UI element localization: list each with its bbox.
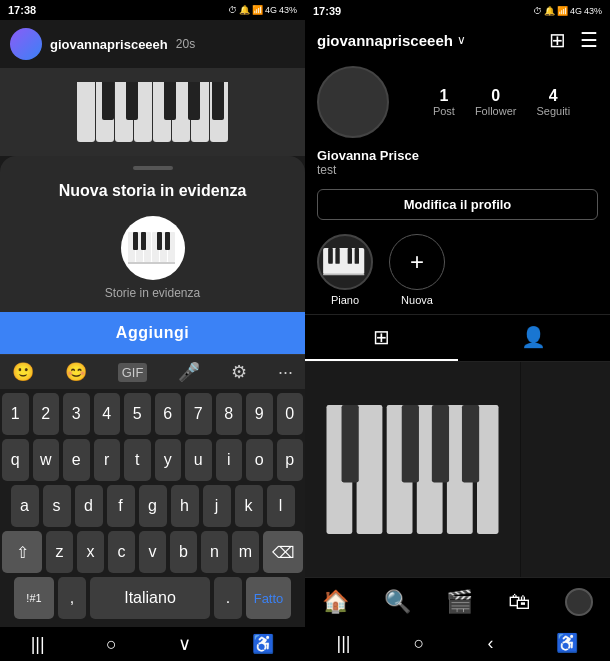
piano-highlight-icon xyxy=(121,216,185,280)
menu-icon[interactable]: ☰ xyxy=(580,28,598,52)
emoji1-icon[interactable]: 🙂 xyxy=(12,361,34,383)
key-u[interactable]: u xyxy=(185,439,212,481)
key-t[interactable]: t xyxy=(124,439,151,481)
nav-search-icon[interactable]: 🔍 xyxy=(384,589,411,615)
svg-rect-20 xyxy=(357,405,383,534)
right-nav-home-icon[interactable]: ○ xyxy=(414,633,425,654)
zxcv-row: ⇧ z x c v b n m ⌫ xyxy=(2,531,303,573)
nav-back-icon[interactable]: ∨ xyxy=(178,633,191,655)
backspace-key[interactable]: ⌫ xyxy=(263,531,303,573)
settings-icon[interactable]: ⚙ xyxy=(231,361,247,383)
key-q[interactable]: q xyxy=(2,439,29,481)
key-f[interactable]: f xyxy=(107,485,135,527)
grid-icon: ⊞ xyxy=(373,325,390,349)
comma-key[interactable]: , xyxy=(58,577,86,619)
profile-header-icons: ⊞ ☰ xyxy=(549,28,598,52)
edit-profile-button[interactable]: Modifica il profilo xyxy=(317,189,598,220)
profile-bio: Giovanna Prisce test xyxy=(305,146,610,183)
chevron-down-icon[interactable]: ∨ xyxy=(457,33,466,47)
key-s[interactable]: s xyxy=(43,485,71,527)
key-0[interactable]: 0 xyxy=(277,393,304,435)
key-c[interactable]: c xyxy=(108,531,135,573)
key-o[interactable]: o xyxy=(246,439,273,481)
username-row: giovannaprisceeeh ∨ xyxy=(317,32,466,49)
key-z[interactable]: z xyxy=(46,531,73,573)
key-i[interactable]: i xyxy=(216,439,243,481)
gif-icon[interactable]: GIF xyxy=(118,363,148,382)
key-x[interactable]: x xyxy=(77,531,104,573)
key-1[interactable]: 1 xyxy=(2,393,29,435)
story-highlight-label: Storie in evidenza xyxy=(105,286,200,300)
nav-menu-icon[interactable]: ||| xyxy=(31,634,45,655)
key-9[interactable]: 9 xyxy=(246,393,273,435)
key-g[interactable]: g xyxy=(139,485,167,527)
highlight-piano-circle xyxy=(317,234,373,290)
key-y[interactable]: y xyxy=(155,439,182,481)
stat-followers-label: Follower xyxy=(475,105,517,117)
key-7[interactable]: 7 xyxy=(185,393,212,435)
key-3[interactable]: 3 xyxy=(63,393,90,435)
avatar xyxy=(317,66,389,138)
highlight-new[interactable]: + Nuova xyxy=(389,234,445,306)
highlight-add-button[interactable]: + xyxy=(389,234,445,290)
grid-cell-1[interactable] xyxy=(305,362,520,581)
add-post-icon[interactable]: ⊞ xyxy=(549,28,566,52)
tab-grid[interactable]: ⊞ xyxy=(305,315,458,361)
key-w[interactable]: w xyxy=(33,439,60,481)
story-time: 20s xyxy=(176,37,195,51)
key-5[interactable]: 5 xyxy=(124,393,151,435)
bottom-nav: 🏠 🔍 🎬 🛍 xyxy=(305,577,610,625)
stat-posts-number: 1 xyxy=(439,87,448,105)
more-icon[interactable]: ··· xyxy=(278,362,293,383)
key-2[interactable]: 2 xyxy=(33,393,60,435)
right-nav-menu-icon[interactable]: ||| xyxy=(337,633,351,654)
key-4[interactable]: 4 xyxy=(94,393,121,435)
tab-tagged[interactable]: 👤 xyxy=(458,315,611,361)
shift-key[interactable]: ⇧ xyxy=(2,531,42,573)
key-b[interactable]: b xyxy=(170,531,197,573)
profile-username: giovannaprisceeeh xyxy=(317,32,453,49)
key-v[interactable]: v xyxy=(139,531,166,573)
period-key[interactable]: . xyxy=(214,577,242,619)
key-h[interactable]: h xyxy=(171,485,199,527)
key-m[interactable]: m xyxy=(232,531,259,573)
nav-home-icon[interactable]: ○ xyxy=(106,634,117,655)
left-time: 17:38 xyxy=(8,4,36,16)
key-n[interactable]: n xyxy=(201,531,228,573)
nav-reels-icon[interactable]: 🎬 xyxy=(446,589,473,615)
bio-name: Giovanna Prisce xyxy=(317,148,598,163)
special-key[interactable]: !#1 xyxy=(14,577,54,619)
posts-grid xyxy=(305,362,610,577)
emoji2-icon[interactable]: 😊 xyxy=(65,361,87,383)
right-nav-accessibility-icon[interactable]: ♿ xyxy=(556,632,578,654)
right-nav-back-icon[interactable]: ‹ xyxy=(487,633,493,654)
nav-home-icon[interactable]: 🏠 xyxy=(322,589,349,615)
return-key[interactable]: Fatto xyxy=(246,577,291,619)
key-k[interactable]: k xyxy=(235,485,263,527)
nav-accessibility-icon[interactable]: ♿ xyxy=(252,633,274,655)
key-d[interactable]: d xyxy=(75,485,103,527)
space-key[interactable]: Italiano xyxy=(90,577,210,619)
key-p[interactable]: p xyxy=(277,439,304,481)
mic-icon[interactable]: 🎤 xyxy=(178,361,200,383)
nav-shop-icon[interactable]: 🛍 xyxy=(508,589,530,615)
highlight-piano[interactable]: Piano xyxy=(317,234,373,306)
stat-followers: 0 Follower xyxy=(475,87,517,117)
key-l[interactable]: l xyxy=(267,485,295,527)
profile-info-row: 1 Post 0 Follower 4 Seguiti xyxy=(305,58,610,146)
svg-rect-9 xyxy=(165,232,170,250)
key-6[interactable]: 6 xyxy=(155,393,182,435)
stat-posts-label: Post xyxy=(433,105,455,117)
key-r[interactable]: r xyxy=(94,439,121,481)
right-nav-bar: ||| ○ ‹ ♿ xyxy=(305,625,610,661)
key-8[interactable]: 8 xyxy=(216,393,243,435)
keyboard: 1 2 3 4 5 6 7 8 9 0 q w e r t xyxy=(0,389,305,627)
svg-rect-7 xyxy=(141,232,146,250)
story-username: giovannaprisceeeh xyxy=(50,37,168,52)
key-e[interactable]: e xyxy=(63,439,90,481)
aggiungi-button[interactable]: Aggiungi xyxy=(0,312,305,354)
stat-posts: 1 Post xyxy=(433,87,455,117)
key-j[interactable]: j xyxy=(203,485,231,527)
nav-profile-icon[interactable] xyxy=(565,588,593,616)
key-a[interactable]: a xyxy=(11,485,39,527)
